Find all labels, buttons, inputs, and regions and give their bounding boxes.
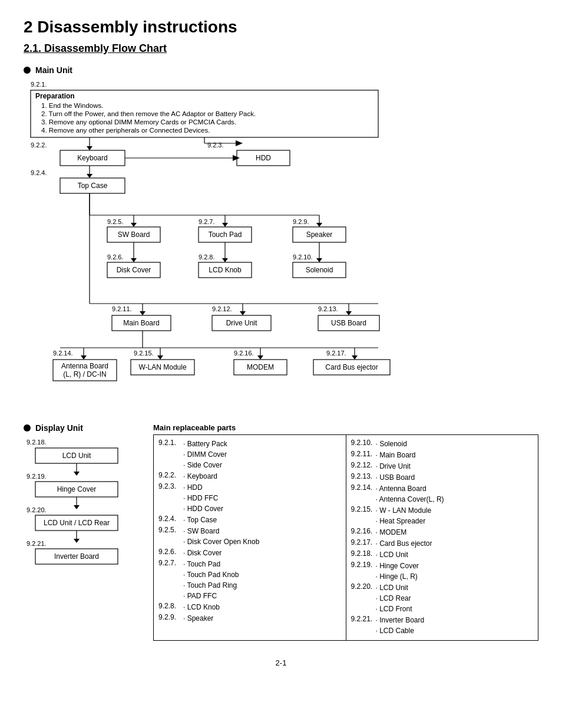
list-item: 9.2.19.· Hinge Cover· Hinge (L, R) [351, 561, 534, 582]
ab-num: 9.2.14. [53, 350, 73, 357]
lr-inv-head [74, 539, 80, 543]
flowchart-svg: 9.2.1. Preparation 1. End the Windows. 2… [24, 80, 538, 410]
tp-arrow [222, 223, 228, 227]
sol-num: 9.2.10. [293, 253, 313, 261]
du-arrow [240, 311, 246, 315]
mb-num: 9.2.11. [112, 305, 132, 312]
list-item: 9.2.13.· USB Board [351, 472, 534, 483]
dc-num: 9.2.6. [107, 253, 124, 261]
list-item: 9.2.17.· Card Bus ejector [351, 538, 534, 549]
sw-num: 9.2.5. [107, 218, 124, 225]
lcd-hc-head [74, 472, 80, 476]
lcd-num: 9.2.18. [27, 439, 47, 446]
parts-list-section: Main replaceable parts 9.2.1.· Battery P… [153, 423, 538, 641]
list-item: 9.2.2.· Keyboard [158, 471, 341, 482]
wl-arrow [157, 355, 163, 360]
cb-arrow [352, 355, 358, 360]
ub-arrow [346, 311, 352, 315]
sp-label: Speaker [306, 230, 333, 239]
list-item: 9.2.12.· Drive Unit [351, 461, 534, 472]
wl-num: 9.2.15. [134, 350, 154, 357]
hdd-num: 9.2.3. [207, 141, 224, 149]
list-item: 9.2.7.· Touch Pad· Touch Pad Knob· Touch… [158, 559, 341, 601]
arrow-head-hdd [236, 140, 243, 146]
sw-arrow [131, 223, 137, 227]
dc-label: Disk Cover [117, 266, 151, 274]
list-item: 9.2.18.· LCD Unit [351, 549, 534, 560]
lk-label: LCD Knob [209, 266, 242, 274]
prep-item4: 4. Remove any other peripherals or Conne… [41, 127, 210, 134]
page-number: 2-1 [276, 658, 287, 667]
page-footer: 2-1 [24, 658, 538, 667]
sol-arrow [316, 258, 322, 262]
list-item: 9.2.4.· Top Case [158, 515, 341, 525]
lk-num: 9.2.8. [199, 253, 215, 261]
parts-table: 9.2.1.· Battery Pack· DIMM Cover· Side C… [153, 434, 538, 641]
main-unit-label: Main Unit [24, 65, 538, 75]
ab-label2: (L, R) / DC-IN [63, 370, 106, 378]
prep-item1: 1. End the Windows. [41, 102, 103, 109]
display-bullet [24, 424, 31, 431]
mod-num: 9.2.16. [234, 350, 254, 357]
kb-num: 9.2.2. [31, 141, 47, 149]
list-item: 9.2.10.· Solenoid [351, 439, 534, 449]
sol-label: Solenoid [306, 266, 333, 274]
list-item: 9.2.15.· W - LAN Module· Heat Spreader [351, 505, 534, 526]
list-item: 9.2.3.· HDD· HDD FFC· HDD Cover [158, 482, 341, 514]
lcd-label: LCD Unit [62, 452, 91, 460]
top-case-label: Top Case [78, 182, 108, 190]
bottom-section: Display Unit 9.2.18. LCD Unit 9.2.19. Hi… [24, 423, 538, 641]
list-item: 9.2.16.· MODEM [351, 527, 534, 538]
main-flowchart: 9.2.1. Preparation 1. End the Windows. 2… [24, 80, 538, 411]
inv-label: Inverter Board [54, 552, 99, 561]
hdd-label: HDD [256, 154, 271, 162]
sp-arrow [316, 223, 322, 227]
arrow-head-prep-kb [87, 146, 92, 150]
arrow-head-kb-tc [87, 174, 92, 178]
inv-num: 9.2.21. [27, 540, 47, 547]
du-label: Drive Unit [226, 319, 257, 327]
dc-arrow [131, 258, 137, 262]
wl-label: W-LAN Module [138, 363, 186, 371]
mb-label: Main Board [123, 319, 159, 327]
prep-item2: 2. Turn off the Power, and then remove t… [41, 110, 256, 117]
sp-num: 9.2.9. [293, 218, 309, 225]
lk-arrow [222, 258, 228, 262]
ab-arrow [81, 355, 87, 360]
parts-col-right: 9.2.10.· Solenoid 9.2.11.· Main Board 9.… [346, 435, 538, 640]
tp-label: Touch Pad [209, 230, 242, 239]
list-item: 9.2.6.· Disk Cover [158, 548, 341, 558]
hc-lr-head [74, 505, 80, 509]
display-unit-section: Display Unit 9.2.18. LCD Unit 9.2.19. Hi… [24, 423, 141, 604]
hc-num: 9.2.19. [27, 473, 47, 480]
display-flow-svg: 9.2.18. LCD Unit 9.2.19. Hinge Cover 9.2… [24, 437, 141, 602]
prep-num: 9.2.1. [31, 81, 47, 88]
cb-num: 9.2.17. [326, 350, 346, 357]
list-item: 9.2.21.· Inverter Board· LCD Cable [351, 615, 534, 636]
ab-label1: Antenna Board [61, 362, 108, 370]
list-item: 9.2.8.· LCD Knob [158, 602, 341, 612]
list-item: 9.2.11.· Main Board [351, 450, 534, 460]
mod-label: MODEM [247, 363, 274, 371]
mb-arrow [140, 311, 146, 315]
prep-title: Preparation [35, 92, 75, 100]
ub-label: USB Board [331, 319, 366, 327]
list-item: 9.2.1.· Battery Pack· DIMM Cover· Side C… [158, 439, 341, 470]
parts-col-left: 9.2.1.· Battery Pack· DIMM Cover· Side C… [154, 435, 346, 640]
lr-num: 9.2.20. [27, 506, 47, 513]
list-item: 9.2.14.· Antenna Board· Antenna Cover(L,… [351, 483, 534, 505]
sw-label: SW Board [118, 230, 150, 239]
mod-arrow [257, 355, 263, 360]
display-unit-label: Display Unit [24, 423, 141, 433]
hc-label: Hinge Cover [57, 485, 97, 493]
lr-label: LCD Unit / LCD Rear [44, 519, 110, 527]
keyboard-label: Keyboard [77, 154, 107, 162]
parts-title: Main replaceable parts [153, 423, 538, 432]
section-title: 2.1. Disassembly Flow Chart [24, 42, 538, 55]
page-title: 2 Disassembly instructions [24, 18, 538, 37]
arrow-head-kb-hdd [233, 155, 240, 161]
list-item: 9.2.20.· LCD Unit· LCD Rear· LCD Front [351, 582, 534, 614]
list-item: 9.2.5.· SW Board· Disk Cover Open Knob [158, 526, 341, 547]
du-num: 9.2.12. [212, 305, 232, 312]
cb-label: Card Bus ejector [325, 363, 378, 371]
